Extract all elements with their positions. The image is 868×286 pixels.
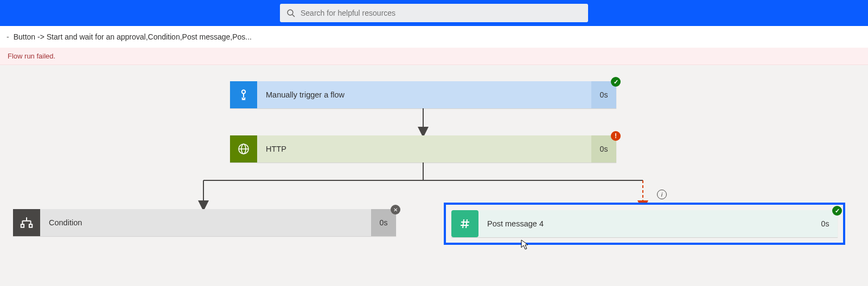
condition-icon-tile	[13, 209, 40, 236]
info-icon[interactable]: i	[657, 190, 667, 199]
error-banner-text: Flow run failed.	[8, 52, 55, 60]
svg-rect-11	[21, 224, 24, 227]
globe-icon	[237, 142, 250, 155]
svg-point-7	[242, 90, 246, 94]
search-icon	[286, 9, 295, 17]
card-http[interactable]: HTTP 0s	[230, 135, 616, 162]
card-trigger-title: Manually trigger a flow	[257, 81, 591, 108]
hash-icon	[458, 217, 471, 230]
status-success-icon	[611, 77, 621, 87]
card-trigger[interactable]: Manually trigger a flow 0s	[230, 81, 616, 108]
card-condition-title: Condition	[40, 209, 371, 236]
top-bar	[0, 0, 868, 26]
breadcrumb-dash: -	[7, 32, 9, 41]
status-cancelled-icon	[391, 205, 400, 214]
search-input[interactable]	[301, 9, 582, 17]
breadcrumb-title: Button -> Start and wait for an approval…	[14, 32, 252, 41]
touch-icon	[237, 88, 251, 102]
svg-rect-12	[29, 224, 32, 227]
http-icon-tile	[230, 135, 257, 162]
card-slack-selection[interactable]: Post message 4 0s	[444, 203, 845, 245]
svg-line-1	[292, 15, 295, 17]
svg-line-16	[466, 219, 467, 228]
status-error-icon	[611, 131, 621, 141]
status-success-icon	[832, 206, 842, 216]
svg-point-0	[288, 10, 293, 15]
trigger-icon-tile	[230, 81, 257, 108]
card-http-title: HTTP	[257, 135, 591, 162]
slack-icon-tile	[451, 210, 478, 237]
svg-line-15	[463, 219, 464, 228]
flow-canvas: Manually trigger a flow 0s HTTP 0s Condi…	[0, 65, 868, 285]
card-condition[interactable]: Condition 0s	[13, 209, 396, 236]
breadcrumb: - Button -> Start and wait for an approv…	[0, 26, 868, 48]
branch-icon	[20, 216, 34, 230]
card-slack-title: Post message 4	[478, 210, 813, 237]
search-box[interactable]	[280, 4, 588, 22]
error-banner: Flow run failed.	[0, 48, 868, 65]
card-slack[interactable]: Post message 4 0s	[451, 210, 838, 237]
